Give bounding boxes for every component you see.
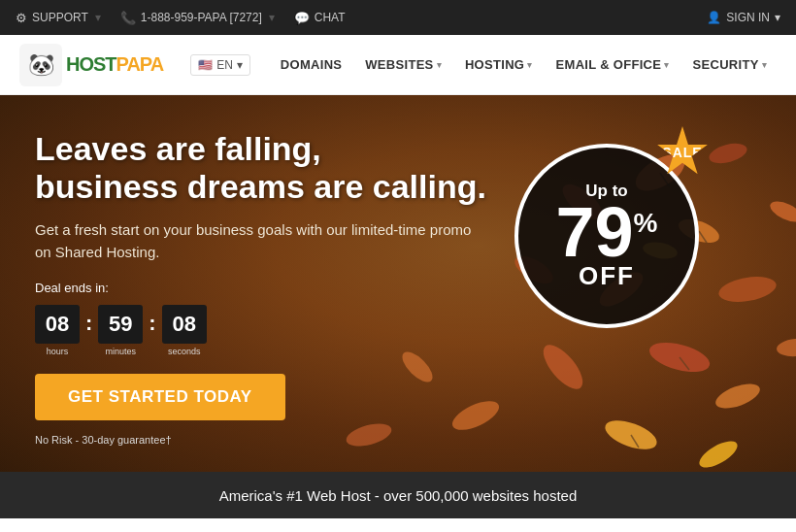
hours-label: hours [47, 347, 69, 356]
phone-icon: 📞 [120, 11, 136, 25]
nav-domains[interactable]: DOMAINS [271, 51, 352, 78]
nav-hosting[interactable]: HOSTING ▾ [455, 51, 543, 78]
footer-text: America's #1 Web Host - over 500,000 web… [219, 487, 578, 504]
top-bar-left: ⚙ SUPPORT ▾ 📞 1-888-959-PAPA [7272] ▾ 💬 … [16, 11, 707, 25]
signin-caret: ▾ [775, 11, 780, 24]
user-icon: 👤 [707, 11, 721, 24]
chat-link[interactable]: 💬 CHAT [294, 11, 346, 25]
chat-label: CHAT [315, 11, 346, 24]
phone-caret: ▾ [269, 11, 275, 24]
flag-icon: 🇺🇸 [198, 58, 213, 72]
countdown-seconds-unit: 08 seconds [162, 305, 207, 356]
support-icon: ⚙ [16, 11, 27, 25]
get-started-button[interactable]: GET STARTED TODAY [35, 374, 285, 420]
nav-email-office[interactable]: EMAIL & OFFICE ▾ [547, 51, 680, 78]
hero-subtitle: Get a fresh start on your business goals… [35, 219, 481, 263]
seconds-label: seconds [168, 347, 201, 356]
top-bar: ⚙ SUPPORT ▾ 📞 1-888-959-PAPA [7272] ▾ 💬 … [0, 0, 796, 35]
sale-percent: 79% [556, 197, 658, 267]
hero-section: Leaves are falling,business dreams are c… [0, 95, 796, 472]
sale-off: OFF [579, 261, 635, 291]
minutes-label: minutes [106, 347, 137, 356]
sale-percent-sign: % [634, 208, 658, 238]
sale-badge: SALE Up to 79% OFF [514, 144, 699, 328]
countdown-hours: 08 [35, 305, 80, 344]
nav-security[interactable]: SECURITY ▾ [683, 51, 777, 78]
colon-2: : [149, 313, 155, 334]
countdown-minutes-unit: 59 minutes [98, 305, 143, 356]
signin-link[interactable]: 👤 SIGN IN ▾ [707, 11, 780, 24]
language-selector[interactable]: 🇺🇸 EN ▾ [190, 54, 250, 76]
hero-content: Leaves are falling,business dreams are c… [0, 95, 544, 446]
signin-label: SIGN IN [726, 11, 770, 24]
chat-icon: 💬 [294, 11, 310, 25]
deal-ends-label: Deal ends in: [35, 281, 509, 295]
hero-title: Leaves are falling,business dreams are c… [35, 130, 509, 206]
colon-1: : [85, 313, 92, 334]
footer-strip: America's #1 Web Host - over 500,000 web… [0, 472, 796, 518]
support-link[interactable]: ⚙ SUPPORT ▾ [16, 11, 103, 25]
security-caret: ▾ [762, 60, 767, 70]
logo-text: HOSTPAPA [66, 53, 163, 76]
countdown-seconds: 08 [162, 305, 207, 344]
nav-bar: 🐼 HOSTPAPA 🇺🇸 EN ▾ DOMAINS WEBSITES ▾ HO… [0, 35, 796, 95]
sale-circle: Up to 79% OFF [514, 144, 699, 328]
phone-link[interactable]: 📞 1-888-959-PAPA [7272] ▾ [120, 11, 277, 25]
lang-label: EN [216, 58, 233, 72]
phone-label: 1-888-959-PAPA [7272] [141, 11, 262, 24]
email-caret: ▾ [664, 60, 669, 70]
countdown-minutes: 59 [98, 305, 143, 344]
lang-caret: ▾ [237, 58, 243, 72]
countdown-timer: 08 hours : 59 minutes : 08 seconds [35, 305, 509, 356]
nav-websites[interactable]: WEBSITES ▾ [355, 51, 451, 78]
countdown-hours-unit: 08 hours [35, 305, 80, 356]
websites-caret: ▾ [437, 60, 442, 70]
logo[interactable]: 🐼 HOSTPAPA [19, 44, 163, 86]
nav-links: DOMAINS WEBSITES ▾ HOSTING ▾ EMAIL & OFF… [271, 51, 777, 78]
guarantee-text: No Risk - 30-day guarantee† [35, 434, 509, 446]
hosting-caret: ▾ [527, 60, 532, 70]
logo-icon: 🐼 [19, 44, 62, 86]
support-label: SUPPORT [32, 11, 88, 24]
support-caret: ▾ [95, 11, 101, 24]
